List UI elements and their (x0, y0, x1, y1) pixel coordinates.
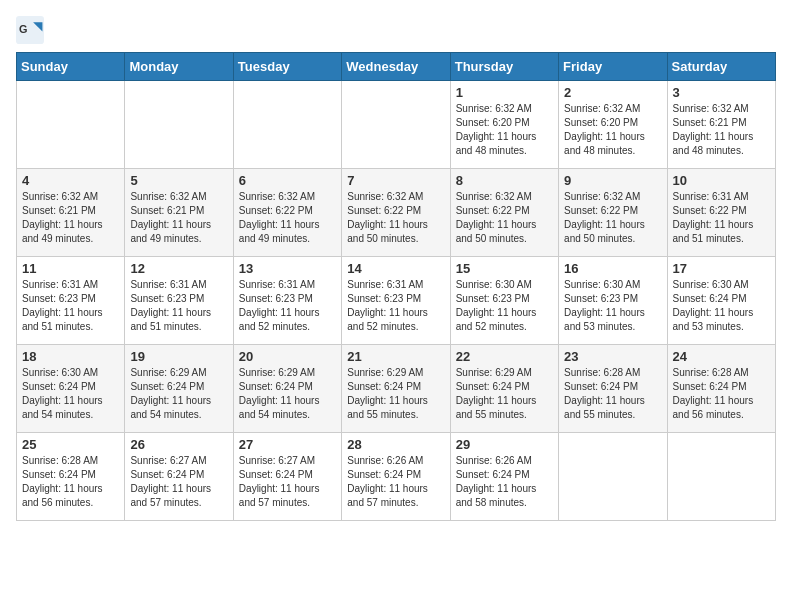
day-number: 10 (673, 173, 770, 188)
day-info: Sunrise: 6:26 AM Sunset: 6:24 PM Dayligh… (456, 454, 553, 510)
day-header-tuesday: Tuesday (233, 53, 341, 81)
calendar-week-row: 4Sunrise: 6:32 AM Sunset: 6:21 PM Daylig… (17, 169, 776, 257)
day-number: 1 (456, 85, 553, 100)
day-number: 20 (239, 349, 336, 364)
day-info: Sunrise: 6:32 AM Sunset: 6:22 PM Dayligh… (239, 190, 336, 246)
day-info: Sunrise: 6:32 AM Sunset: 6:22 PM Dayligh… (347, 190, 444, 246)
day-header-saturday: Saturday (667, 53, 775, 81)
page-header: G (16, 16, 776, 44)
calendar-cell (559, 433, 667, 521)
day-number: 4 (22, 173, 119, 188)
logo-icon: G (16, 16, 44, 44)
day-number: 13 (239, 261, 336, 276)
calendar-cell (342, 81, 450, 169)
day-info: Sunrise: 6:32 AM Sunset: 6:21 PM Dayligh… (22, 190, 119, 246)
calendar-cell: 6Sunrise: 6:32 AM Sunset: 6:22 PM Daylig… (233, 169, 341, 257)
calendar-cell: 9Sunrise: 6:32 AM Sunset: 6:22 PM Daylig… (559, 169, 667, 257)
day-info: Sunrise: 6:29 AM Sunset: 6:24 PM Dayligh… (347, 366, 444, 422)
day-info: Sunrise: 6:30 AM Sunset: 6:23 PM Dayligh… (456, 278, 553, 334)
day-info: Sunrise: 6:31 AM Sunset: 6:22 PM Dayligh… (673, 190, 770, 246)
day-number: 9 (564, 173, 661, 188)
day-number: 25 (22, 437, 119, 452)
calendar-cell (125, 81, 233, 169)
calendar-cell: 14Sunrise: 6:31 AM Sunset: 6:23 PM Dayli… (342, 257, 450, 345)
day-number: 6 (239, 173, 336, 188)
day-number: 16 (564, 261, 661, 276)
day-info: Sunrise: 6:31 AM Sunset: 6:23 PM Dayligh… (22, 278, 119, 334)
calendar-cell: 13Sunrise: 6:31 AM Sunset: 6:23 PM Dayli… (233, 257, 341, 345)
day-number: 2 (564, 85, 661, 100)
day-info: Sunrise: 6:28 AM Sunset: 6:24 PM Dayligh… (673, 366, 770, 422)
day-number: 21 (347, 349, 444, 364)
day-info: Sunrise: 6:26 AM Sunset: 6:24 PM Dayligh… (347, 454, 444, 510)
calendar-cell: 10Sunrise: 6:31 AM Sunset: 6:22 PM Dayli… (667, 169, 775, 257)
day-info: Sunrise: 6:31 AM Sunset: 6:23 PM Dayligh… (347, 278, 444, 334)
day-info: Sunrise: 6:32 AM Sunset: 6:21 PM Dayligh… (673, 102, 770, 158)
calendar-cell (667, 433, 775, 521)
day-number: 12 (130, 261, 227, 276)
day-number: 14 (347, 261, 444, 276)
calendar-table: SundayMondayTuesdayWednesdayThursdayFrid… (16, 52, 776, 521)
day-number: 7 (347, 173, 444, 188)
calendar-cell: 11Sunrise: 6:31 AM Sunset: 6:23 PM Dayli… (17, 257, 125, 345)
day-number: 22 (456, 349, 553, 364)
calendar-cell (233, 81, 341, 169)
day-number: 3 (673, 85, 770, 100)
day-number: 11 (22, 261, 119, 276)
day-info: Sunrise: 6:27 AM Sunset: 6:24 PM Dayligh… (239, 454, 336, 510)
day-info: Sunrise: 6:30 AM Sunset: 6:23 PM Dayligh… (564, 278, 661, 334)
calendar-cell: 16Sunrise: 6:30 AM Sunset: 6:23 PM Dayli… (559, 257, 667, 345)
day-header-wednesday: Wednesday (342, 53, 450, 81)
day-info: Sunrise: 6:27 AM Sunset: 6:24 PM Dayligh… (130, 454, 227, 510)
day-number: 18 (22, 349, 119, 364)
day-number: 27 (239, 437, 336, 452)
day-number: 17 (673, 261, 770, 276)
calendar-week-row: 1Sunrise: 6:32 AM Sunset: 6:20 PM Daylig… (17, 81, 776, 169)
day-header-thursday: Thursday (450, 53, 558, 81)
calendar-cell: 7Sunrise: 6:32 AM Sunset: 6:22 PM Daylig… (342, 169, 450, 257)
calendar-cell: 4Sunrise: 6:32 AM Sunset: 6:21 PM Daylig… (17, 169, 125, 257)
logo: G (16, 16, 48, 44)
calendar-cell: 19Sunrise: 6:29 AM Sunset: 6:24 PM Dayli… (125, 345, 233, 433)
day-info: Sunrise: 6:31 AM Sunset: 6:23 PM Dayligh… (130, 278, 227, 334)
day-header-monday: Monday (125, 53, 233, 81)
calendar-cell: 15Sunrise: 6:30 AM Sunset: 6:23 PM Dayli… (450, 257, 558, 345)
calendar-cell: 25Sunrise: 6:28 AM Sunset: 6:24 PM Dayli… (17, 433, 125, 521)
day-info: Sunrise: 6:32 AM Sunset: 6:22 PM Dayligh… (564, 190, 661, 246)
day-info: Sunrise: 6:28 AM Sunset: 6:24 PM Dayligh… (564, 366, 661, 422)
day-info: Sunrise: 6:29 AM Sunset: 6:24 PM Dayligh… (456, 366, 553, 422)
day-number: 15 (456, 261, 553, 276)
day-number: 8 (456, 173, 553, 188)
calendar-header-row: SundayMondayTuesdayWednesdayThursdayFrid… (17, 53, 776, 81)
calendar-week-row: 18Sunrise: 6:30 AM Sunset: 6:24 PM Dayli… (17, 345, 776, 433)
day-number: 23 (564, 349, 661, 364)
calendar-cell: 20Sunrise: 6:29 AM Sunset: 6:24 PM Dayli… (233, 345, 341, 433)
calendar-cell: 3Sunrise: 6:32 AM Sunset: 6:21 PM Daylig… (667, 81, 775, 169)
calendar-cell: 29Sunrise: 6:26 AM Sunset: 6:24 PM Dayli… (450, 433, 558, 521)
calendar-cell: 17Sunrise: 6:30 AM Sunset: 6:24 PM Dayli… (667, 257, 775, 345)
calendar-cell: 2Sunrise: 6:32 AM Sunset: 6:20 PM Daylig… (559, 81, 667, 169)
calendar-week-row: 11Sunrise: 6:31 AM Sunset: 6:23 PM Dayli… (17, 257, 776, 345)
calendar-cell: 23Sunrise: 6:28 AM Sunset: 6:24 PM Dayli… (559, 345, 667, 433)
day-info: Sunrise: 6:32 AM Sunset: 6:22 PM Dayligh… (456, 190, 553, 246)
calendar-cell: 8Sunrise: 6:32 AM Sunset: 6:22 PM Daylig… (450, 169, 558, 257)
day-info: Sunrise: 6:29 AM Sunset: 6:24 PM Dayligh… (239, 366, 336, 422)
day-number: 19 (130, 349, 227, 364)
day-info: Sunrise: 6:32 AM Sunset: 6:21 PM Dayligh… (130, 190, 227, 246)
calendar-cell: 12Sunrise: 6:31 AM Sunset: 6:23 PM Dayli… (125, 257, 233, 345)
day-number: 26 (130, 437, 227, 452)
day-header-friday: Friday (559, 53, 667, 81)
day-info: Sunrise: 6:28 AM Sunset: 6:24 PM Dayligh… (22, 454, 119, 510)
day-number: 5 (130, 173, 227, 188)
day-info: Sunrise: 6:29 AM Sunset: 6:24 PM Dayligh… (130, 366, 227, 422)
day-info: Sunrise: 6:30 AM Sunset: 6:24 PM Dayligh… (673, 278, 770, 334)
day-info: Sunrise: 6:32 AM Sunset: 6:20 PM Dayligh… (564, 102, 661, 158)
calendar-cell: 26Sunrise: 6:27 AM Sunset: 6:24 PM Dayli… (125, 433, 233, 521)
calendar-cell: 21Sunrise: 6:29 AM Sunset: 6:24 PM Dayli… (342, 345, 450, 433)
calendar-cell: 27Sunrise: 6:27 AM Sunset: 6:24 PM Dayli… (233, 433, 341, 521)
day-number: 28 (347, 437, 444, 452)
svg-text:G: G (19, 23, 27, 35)
day-number: 24 (673, 349, 770, 364)
calendar-cell: 1Sunrise: 6:32 AM Sunset: 6:20 PM Daylig… (450, 81, 558, 169)
calendar-cell: 24Sunrise: 6:28 AM Sunset: 6:24 PM Dayli… (667, 345, 775, 433)
